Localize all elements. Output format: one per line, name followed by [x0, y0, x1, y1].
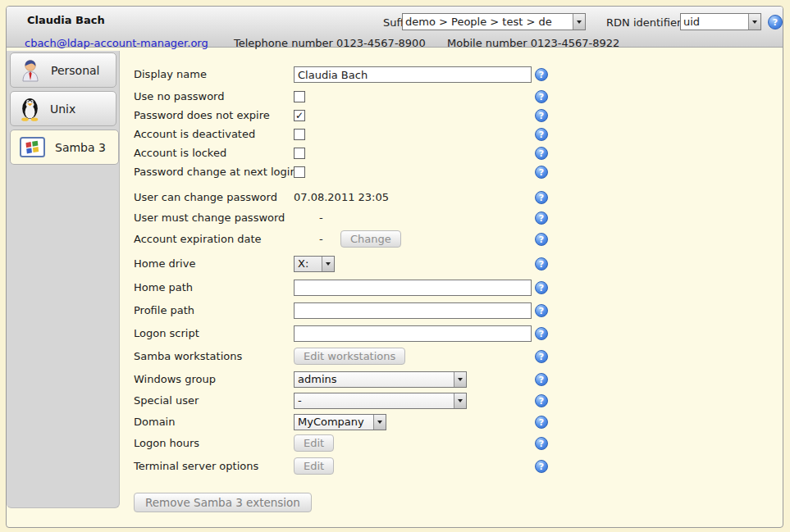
tab-samba-3[interactable]: Samba 3 — [10, 130, 119, 165]
field-label: Password does not expire — [134, 107, 270, 125]
form-row-remove-extension: Remove Samba 3 extension — [134, 493, 593, 511]
home-path-input[interactable] — [294, 280, 532, 296]
form-row-password-change-at-next-login: Password change at next login ? — [134, 163, 593, 181]
form-row-logon-hours: Logon hours Edit ? — [134, 434, 593, 452]
logon-script-input[interactable] — [294, 325, 532, 342]
account-is-locked-checkbox[interactable] — [294, 148, 305, 159]
windows-logo-icon — [20, 137, 45, 157]
account-is-deactivated-checkbox[interactable] — [294, 129, 305, 140]
form-row-logon-script: Logon script ? — [134, 325, 593, 343]
chevron-down-icon[interactable] — [373, 415, 386, 430]
help-icon[interactable]: ? — [535, 128, 548, 141]
help-icon[interactable]: ? — [535, 147, 548, 160]
field-label: Special user — [134, 392, 199, 410]
windows-group-value: admins — [295, 371, 454, 389]
edit-terminal-server-button[interactable]: Edit — [294, 457, 334, 475]
help-icon[interactable]: ? — [768, 15, 783, 30]
help-icon[interactable]: ? — [535, 191, 548, 204]
user-must-change-password-value: - — [319, 209, 323, 227]
tab-label: Unix — [50, 102, 75, 116]
password-change-at-next-login-checkbox[interactable] — [294, 166, 305, 178]
account-title: Claudia Bach — [27, 14, 105, 26]
display-name-input[interactable] — [294, 66, 532, 83]
change-expiration-button[interactable]: Change — [340, 230, 401, 248]
samba3-form: Display name ? Use no password ? Passwor… — [134, 7, 610, 529]
remove-samba3-extension-button[interactable]: Remove Samba 3 extension — [134, 493, 312, 512]
help-icon[interactable]: ? — [535, 460, 548, 473]
help-icon[interactable]: ? — [535, 257, 548, 271]
tab-personal[interactable]: Personal — [10, 52, 116, 88]
chevron-down-icon[interactable] — [748, 14, 760, 30]
field-label: Account is deactivated — [134, 125, 255, 143]
help-icon[interactable]: ? — [535, 68, 548, 81]
field-label: Logon script — [134, 325, 199, 343]
help-icon[interactable]: ? — [535, 327, 548, 340]
special-user-select[interactable]: - — [294, 393, 467, 409]
field-label: Logon hours — [134, 434, 199, 452]
use-no-password-checkbox[interactable] — [294, 91, 305, 102]
user-can-change-password-value: 07.08.2011 23:05 — [294, 189, 389, 207]
help-icon[interactable]: ? — [535, 211, 548, 225]
help-icon[interactable]: ? — [535, 166, 548, 179]
field-label: Use no password — [134, 88, 224, 106]
tab-label: Samba 3 — [55, 141, 106, 154]
help-icon[interactable]: ? — [535, 109, 548, 122]
chevron-down-icon[interactable] — [322, 257, 334, 271]
form-row-special-user: Special user - ? — [134, 392, 593, 410]
field-label: Profile path — [134, 302, 194, 320]
field-label: Windows group — [134, 371, 216, 389]
form-row-home-path: Home path ? — [134, 279, 593, 297]
help-icon[interactable]: ? — [535, 90, 548, 103]
domain-value: MyCompany — [295, 413, 373, 431]
rdn-identifier-select[interactable]: uid — [680, 13, 761, 30]
help-icon[interactable]: ? — [535, 437, 548, 450]
profile-path-input[interactable] — [294, 302, 532, 319]
form-row-windows-group: Windows group admins ? — [134, 371, 593, 389]
form-row-display-name: Display name ? — [134, 66, 593, 84]
form-row-use-no-password: Use no password ? — [134, 88, 593, 106]
form-row-account-is-locked: Account is locked ? — [134, 144, 593, 162]
form-row-terminal-server-options: Terminal server options Edit ? — [134, 457, 593, 475]
tab-unix[interactable]: Unix — [10, 91, 116, 126]
tux-penguin-icon — [20, 96, 40, 121]
person-icon — [20, 58, 41, 82]
form-row-account-expiration-date: Account expiration date - Change ? — [134, 230, 593, 248]
form-row-samba-workstations: Samba workstations Edit workstations ? — [134, 348, 593, 366]
help-icon[interactable]: ? — [535, 350, 548, 363]
form-row-home-drive: Home drive X: ? — [134, 255, 593, 273]
chevron-down-icon[interactable] — [454, 372, 466, 387]
edit-logon-hours-button[interactable]: Edit — [294, 434, 334, 452]
form-row-account-is-deactivated: Account is deactivated ? — [134, 125, 593, 143]
form-row-password-does-not-expire: Password does not expire ✓ ? — [134, 107, 593, 125]
form-row-user-must-change-password: User must change password - ? — [134, 209, 593, 227]
field-label: Display name — [134, 66, 207, 84]
field-label: Home drive — [134, 255, 195, 273]
help-icon[interactable]: ? — [535, 304, 548, 317]
edit-workstations-button[interactable]: Edit workstations — [294, 348, 405, 365]
field-label: Domain — [134, 413, 175, 431]
tab-label: Personal — [51, 64, 100, 77]
field-label: User must change password — [134, 209, 285, 227]
field-label: Account is locked — [134, 144, 226, 162]
form-row-profile-path: Profile path ? — [134, 302, 593, 320]
help-icon[interactable]: ? — [535, 281, 548, 294]
form-row-domain: Domain MyCompany ? — [134, 413, 593, 431]
domain-select[interactable]: MyCompany — [294, 414, 386, 430]
help-icon[interactable]: ? — [535, 394, 548, 407]
main-panel: Claudia Bach Suffix demo > People > test… — [6, 6, 783, 528]
module-tab-sidebar: Personal Unix — [7, 51, 120, 508]
home-drive-select[interactable]: X: — [294, 256, 335, 272]
form-row-user-can-change-password: User can change password 07.08.2011 23:0… — [134, 189, 593, 207]
help-icon[interactable]: ? — [535, 416, 548, 429]
home-drive-value: X: — [295, 255, 322, 273]
help-icon[interactable]: ? — [535, 373, 548, 386]
windows-group-select[interactable]: admins — [294, 371, 467, 388]
special-user-value: - — [295, 392, 454, 410]
rdn-select-value: uid — [681, 16, 748, 28]
password-does-not-expire-checkbox[interactable]: ✓ — [294, 110, 305, 121]
field-label: Terminal server options — [134, 457, 258, 475]
chevron-down-icon[interactable] — [454, 393, 466, 408]
account-expiration-date-value: - — [319, 230, 323, 248]
field-label: Home path — [134, 279, 193, 297]
help-icon[interactable]: ? — [535, 233, 548, 246]
